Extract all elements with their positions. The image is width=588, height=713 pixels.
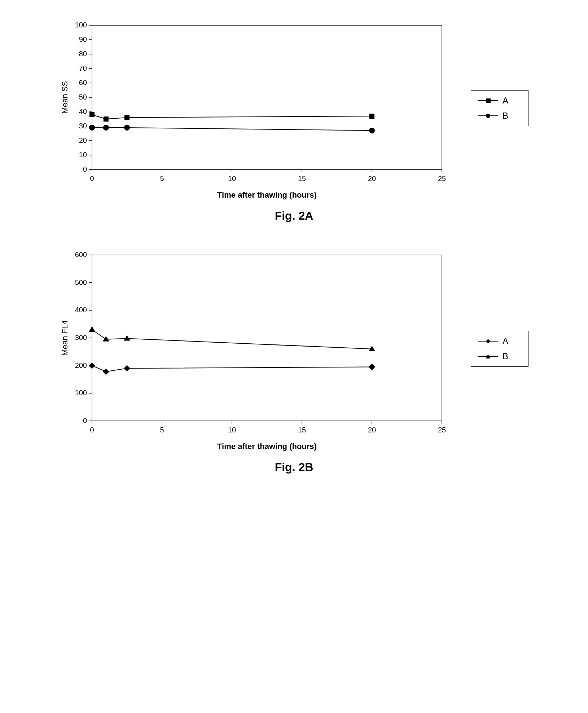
svg-text:20: 20 [79, 136, 87, 144]
svg-text:10: 10 [228, 175, 236, 182]
svg-text:40: 40 [79, 107, 87, 115]
svg-rect-37 [89, 112, 95, 117]
svg-point-42 [103, 125, 109, 131]
figure-2b: 01002003004005006000510152025Mean FL4Tim… [22, 244, 566, 474]
fig-caption-2b: Fig. 2B [275, 461, 313, 474]
chart-wrapper-2b: 01002003004005006000510152025Mean FL4Tim… [60, 244, 528, 453]
svg-text:200: 200 [75, 361, 87, 369]
figure-2a: 01020304050607080901000510152025Mean SST… [22, 14, 566, 223]
svg-rect-40 [369, 114, 374, 119]
legend-item-a-2b: A [478, 336, 521, 346]
svg-text:0: 0 [90, 426, 94, 434]
svg-text:30: 30 [79, 122, 87, 130]
svg-text:100: 100 [75, 21, 87, 29]
legend-label-b-2b: B [503, 351, 508, 361]
legend-item-a-2a: A [478, 96, 521, 106]
svg-text:Time after thawing (hours): Time after thawing (hours) [217, 442, 317, 451]
svg-text:Time after thawing (hours): Time after thawing (hours) [217, 190, 317, 199]
svg-text:0: 0 [83, 417, 87, 424]
svg-rect-49 [92, 255, 442, 421]
legend-2b: A B [471, 331, 528, 367]
svg-text:5: 5 [160, 426, 164, 434]
svg-point-41 [89, 125, 95, 131]
legend-item-b-2a: B [478, 111, 521, 121]
chart-svg-2a: 01020304050607080901000510152025Mean SST… [60, 14, 456, 202]
svg-marker-84 [124, 335, 130, 341]
svg-marker-80 [124, 365, 130, 371]
legend-line-b-2a [478, 113, 498, 119]
svg-point-44 [369, 128, 375, 133]
fig-caption-2a: Fig. 2A [275, 209, 313, 223]
svg-text:600: 600 [75, 251, 87, 259]
svg-text:Mean FL4: Mean FL4 [60, 320, 69, 356]
legend-line-a-2b [478, 338, 498, 344]
svg-text:80: 80 [79, 50, 87, 58]
svg-text:10: 10 [228, 426, 236, 434]
legend-line-svg-b [478, 113, 498, 119]
legend-label-b-2a: B [503, 111, 508, 121]
svg-marker-78 [89, 362, 95, 369]
legend-line-b-2b [478, 353, 498, 360]
svg-text:25: 25 [438, 175, 446, 182]
svg-text:60: 60 [79, 79, 87, 87]
svg-text:400: 400 [75, 306, 87, 314]
svg-rect-39 [124, 115, 130, 120]
chart-svg-2b: 01002003004005006000510152025Mean FL4Tim… [60, 244, 456, 453]
legend-line-a-2a [478, 97, 498, 104]
svg-text:15: 15 [298, 426, 306, 434]
svg-marker-79 [103, 369, 109, 375]
svg-text:15: 15 [298, 175, 306, 182]
svg-text:50: 50 [79, 93, 87, 101]
chart-area-2a: 01020304050607080901000510152025Mean SST… [60, 14, 460, 202]
legend-line-svg-a-2b [478, 338, 498, 344]
svg-text:0: 0 [90, 175, 94, 182]
svg-point-43 [124, 125, 130, 131]
svg-text:25: 25 [438, 426, 446, 434]
svg-text:70: 70 [79, 64, 87, 72]
svg-marker-82 [89, 326, 95, 332]
legend-line-svg-b-2b [478, 353, 498, 360]
svg-text:100: 100 [75, 389, 87, 397]
legend-2a: A B [471, 90, 528, 126]
svg-text:Mean SS: Mean SS [60, 81, 69, 114]
svg-rect-38 [104, 116, 109, 122]
svg-text:20: 20 [368, 426, 376, 434]
svg-text:90: 90 [79, 35, 87, 43]
legend-label-a-2b: A [503, 336, 508, 346]
legend-item-b-2b: B [478, 351, 521, 361]
svg-text:0: 0 [83, 165, 87, 173]
svg-text:5: 5 [160, 175, 164, 182]
svg-text:500: 500 [75, 278, 87, 286]
svg-marker-83 [103, 336, 109, 342]
svg-marker-81 [369, 364, 375, 370]
svg-rect-0 [92, 25, 442, 170]
svg-point-48 [486, 114, 490, 118]
chart-wrapper-2a: 01020304050607080901000510152025Mean SST… [60, 14, 528, 202]
svg-text:10: 10 [79, 151, 87, 159]
chart-area-2b: 01002003004005006000510152025Mean FL4Tim… [60, 244, 460, 453]
svg-text:300: 300 [75, 334, 87, 342]
svg-rect-46 [486, 98, 491, 103]
legend-label-a-2a: A [503, 96, 508, 106]
legend-line-svg-a [478, 97, 498, 104]
svg-text:20: 20 [368, 175, 376, 182]
svg-marker-87 [486, 339, 490, 343]
svg-marker-85 [369, 346, 375, 351]
